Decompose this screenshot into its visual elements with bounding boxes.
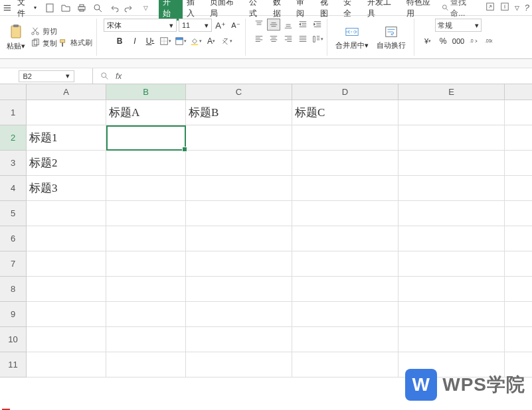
cell[interactable]	[186, 176, 292, 201]
align-center-button[interactable]	[267, 33, 280, 45]
cell[interactable]	[186, 277, 292, 302]
row-header[interactable]: 11	[0, 352, 27, 377]
fx-label[interactable]: fx	[116, 72, 122, 81]
cell[interactable]	[399, 100, 505, 125]
cell[interactable]	[106, 302, 186, 327]
clear-format-button[interactable]: ▾	[220, 34, 233, 48]
cell[interactable]	[505, 201, 532, 226]
cell-style-button[interactable]: ▾	[174, 34, 187, 48]
italic-button[interactable]: I	[128, 34, 141, 48]
cell[interactable]	[106, 151, 186, 176]
cell[interactable]	[27, 302, 106, 327]
cell[interactable]	[292, 352, 399, 377]
cell[interactable]	[27, 251, 106, 277]
column-header[interactable]: A	[27, 84, 106, 100]
fill-color-button[interactable]: ▾	[189, 34, 203, 48]
decrease-decimal-button[interactable]: .00	[482, 34, 495, 48]
row-header[interactable]: 10	[0, 327, 27, 352]
cell[interactable]	[399, 151, 505, 176]
cell[interactable]	[292, 125, 399, 151]
increase-font-button[interactable]: A⁺	[214, 19, 227, 32]
cell[interactable]: 标题C	[292, 100, 399, 125]
cell[interactable]	[106, 251, 186, 277]
cell[interactable]: 标题A	[106, 100, 186, 125]
cell[interactable]	[292, 251, 399, 277]
cell[interactable]	[505, 176, 532, 201]
cell[interactable]	[399, 176, 505, 201]
tab-home[interactable]: 开始	[159, 0, 183, 21]
cell[interactable]: 标题B	[186, 100, 292, 125]
row-header[interactable]: 9	[0, 302, 27, 327]
cell[interactable]	[27, 226, 106, 251]
column-header[interactable]: E	[399, 84, 505, 100]
cell[interactable]	[292, 302, 399, 327]
column-header[interactable]: D	[292, 84, 399, 100]
row-header[interactable]: 8	[0, 277, 27, 302]
cell[interactable]	[399, 226, 505, 251]
cell[interactable]: 标题3	[27, 176, 106, 201]
cell[interactable]	[186, 226, 292, 251]
column-header[interactable]: F	[505, 84, 532, 100]
cell[interactable]	[186, 302, 292, 327]
cut-button[interactable]: 剪切	[31, 27, 57, 36]
hamburger-icon[interactable]	[3, 3, 12, 13]
cell[interactable]	[505, 226, 532, 251]
cell[interactable]	[292, 327, 399, 352]
open-icon[interactable]	[60, 3, 71, 13]
increase-decimal-button[interactable]: .0	[467, 34, 480, 48]
new-icon[interactable]	[44, 3, 55, 13]
cell[interactable]	[27, 352, 106, 377]
percent-button[interactable]: %	[436, 34, 450, 48]
cell[interactable]	[505, 277, 532, 302]
align-top-button[interactable]	[252, 19, 266, 31]
orientation-button[interactable]: ▾	[311, 33, 324, 45]
increase-indent-button[interactable]	[311, 19, 324, 31]
cell[interactable]: 标题1	[27, 125, 106, 151]
column-header[interactable]: C	[186, 84, 292, 100]
row-header[interactable]: 2	[0, 125, 27, 151]
cell[interactable]	[106, 226, 186, 251]
cell[interactable]	[292, 151, 399, 176]
tab-insert[interactable]: 插入	[183, 0, 207, 21]
cell[interactable]	[27, 100, 106, 125]
align-middle-button[interactable]	[267, 19, 280, 31]
cell[interactable]	[106, 125, 186, 151]
redo-icon[interactable]	[124, 3, 135, 13]
cell[interactable]	[292, 201, 399, 226]
share-icon[interactable]	[486, 2, 495, 13]
row-header[interactable]: 1	[0, 100, 27, 125]
number-format-select[interactable]: 常规 ▾	[435, 19, 482, 32]
cell[interactable]	[27, 201, 106, 226]
wrap-text-button[interactable]: 自动换行	[373, 25, 410, 50]
cell[interactable]	[186, 151, 292, 176]
cell[interactable]	[505, 302, 532, 327]
print-icon[interactable]	[76, 3, 87, 13]
tab-security[interactable]: 安全	[339, 0, 363, 21]
cell[interactable]	[292, 226, 399, 251]
cell[interactable]	[399, 125, 505, 151]
tab-formula[interactable]: 公式	[245, 0, 269, 21]
font-name-select[interactable]: 宋体 ▾	[104, 19, 177, 32]
border-button[interactable]: ▾	[159, 34, 172, 48]
cell[interactable]	[505, 251, 532, 277]
cell[interactable]	[399, 277, 505, 302]
tab-developer[interactable]: 开发工具	[363, 0, 402, 21]
cell[interactable]	[186, 352, 292, 377]
row-header[interactable]: 7	[0, 251, 27, 277]
tab-page-layout[interactable]: 页面布局	[206, 0, 245, 21]
cell[interactable]	[292, 277, 399, 302]
format-painter-button[interactable]: 格式刷	[58, 38, 92, 48]
row-header[interactable]: 5	[0, 201, 27, 226]
bold-button[interactable]: B	[113, 34, 126, 48]
cell[interactable]	[399, 201, 505, 226]
cell[interactable]	[186, 201, 292, 226]
column-header[interactable]: B	[106, 84, 186, 100]
more-icon[interactable]: ▽	[515, 5, 519, 11]
merge-center-button[interactable]: 合并居中▾	[331, 25, 373, 50]
cell[interactable]	[106, 327, 186, 352]
cell[interactable]	[505, 151, 532, 176]
insert-function-icon[interactable]	[100, 71, 110, 82]
tab-view[interactable]: 视图	[316, 0, 340, 21]
row-header[interactable]: 3	[0, 151, 27, 176]
align-bottom-button[interactable]	[282, 19, 295, 31]
